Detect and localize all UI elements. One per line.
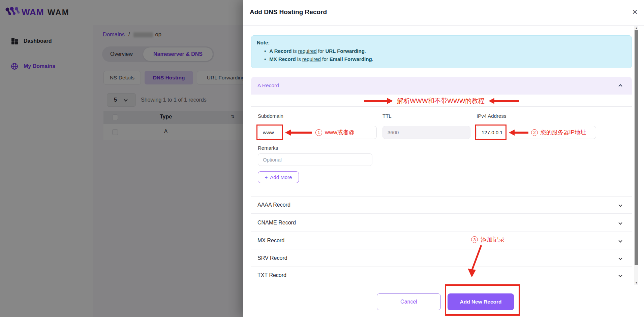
- scroll-up-icon[interactable]: ▲: [634, 27, 639, 30]
- accordion-a-record[interactable]: A Record: [251, 77, 632, 95]
- tutorial-annotation-text: 解析WWW和不带WWW的教程: [397, 97, 485, 105]
- modal-scrollbar[interactable]: ▲ ▼: [634, 26, 638, 285]
- step1-number: 1: [315, 129, 322, 136]
- accordion-mx-record[interactable]: MX Record: [251, 232, 632, 249]
- step2-number: 2: [531, 129, 538, 136]
- ipv4-label: IPv4 Address: [477, 113, 506, 119]
- add-more-button[interactable]: + Add More: [258, 171, 299, 183]
- subdomain-label: Subdomain: [258, 113, 283, 119]
- note-box: Note: • A Record is required for URL For…: [251, 35, 632, 68]
- red-arrow-right-icon: [364, 98, 393, 104]
- modal-title: Add DNS Hosting Record: [250, 8, 327, 16]
- chevron-down-icon: [618, 221, 622, 224]
- step3-number: 3: [471, 236, 478, 243]
- chevron-down-icon: [618, 256, 622, 260]
- header-divider: [243, 25, 644, 26]
- red-arrow-left-icon: [285, 130, 312, 136]
- footer-divider: [243, 285, 644, 285]
- step2-annotation: 2 您的服务器IP地址: [531, 129, 586, 136]
- accordion-srv-record[interactable]: SRV Record: [251, 249, 632, 267]
- plus-icon: +: [265, 174, 268, 180]
- chevron-down-icon: [618, 273, 622, 277]
- bullet-icon: •: [264, 48, 266, 54]
- red-arrow-left-icon: [489, 98, 519, 104]
- close-icon[interactable]: ✕: [630, 7, 640, 17]
- step3-annotation: 3 添加记录: [471, 236, 505, 244]
- bullet-icon: •: [264, 56, 266, 62]
- accordion-title: A Record: [257, 82, 279, 89]
- remarks-label: Remarks: [258, 145, 278, 151]
- step1-annotation: 1 www或者@: [315, 129, 355, 136]
- red-arrow-down-icon: [463, 244, 487, 279]
- chevron-down-icon: [618, 239, 622, 242]
- accordion-aaaa-record[interactable]: AAAA Record: [251, 196, 632, 213]
- add-dns-record-modal: Add DNS Hosting Record ✕ Note: • A Recor…: [243, 0, 644, 317]
- note-heading: Note:: [257, 40, 270, 45]
- step1-text: www或者@: [325, 129, 355, 136]
- ttl-input[interactable]: [382, 126, 470, 139]
- step2-text: 您的服务器IP地址: [541, 129, 586, 136]
- scroll-down-icon[interactable]: ▼: [634, 281, 639, 284]
- remarks-input[interactable]: [258, 153, 372, 166]
- note-item-mx-record: • MX Record is required for Email Forwar…: [264, 56, 373, 62]
- ttl-label: TTL: [382, 113, 392, 119]
- section-divider: [251, 106, 632, 107]
- accordion-txt-record[interactable]: TXT Record: [251, 267, 632, 284]
- accordion-cname-record[interactable]: CNAME Record: [251, 213, 632, 232]
- scrollbar-thumb[interactable]: [635, 30, 638, 265]
- red-arrow-left-icon: [509, 130, 528, 136]
- add-more-label: Add More: [270, 174, 292, 180]
- note-item-a-record: • A Record is required for URL Forwardin…: [264, 48, 366, 54]
- cancel-button[interactable]: Cancel: [377, 293, 441, 310]
- tutorial-annotation: 解析WWW和不带WWW的教程: [251, 96, 632, 106]
- chevron-up-icon: [618, 84, 622, 88]
- add-new-record-button[interactable]: Add New Record: [448, 293, 514, 310]
- chevron-down-icon: [618, 203, 622, 207]
- step3-text: 添加记录: [481, 236, 505, 244]
